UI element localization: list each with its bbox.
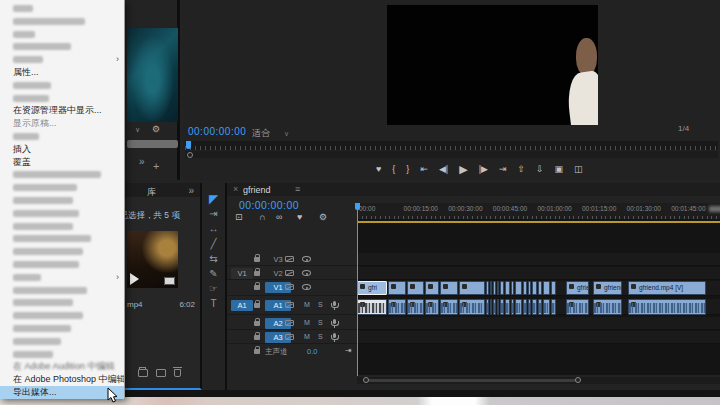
source-patch-v1[interactable]: V1: [231, 268, 253, 279]
menu-item-redacted[interactable]: [0, 348, 124, 361]
type-tool[interactable]: T: [202, 298, 225, 310]
zoom-scrollbar-bar[interactable]: [367, 379, 577, 382]
overflow-chevrons-icon[interactable]: »: [139, 156, 145, 167]
zoom-handle-left[interactable]: [363, 377, 369, 383]
video-clip[interactable]: [486, 281, 489, 295]
track-output-eye-icon[interactable]: [302, 270, 311, 276]
menu-item-redacted[interactable]: [0, 92, 124, 105]
audio-clip[interactable]: [486, 299, 489, 315]
comparison-view-button[interactable]: ◫: [574, 164, 583, 174]
new-bin-folder-icon[interactable]: [138, 369, 148, 377]
audio-clip[interactable]: [490, 299, 492, 315]
audio-clip[interactable]: [425, 299, 439, 315]
export-frame-button[interactable]: ▣: [555, 164, 564, 174]
track-lock-icon[interactable]: [254, 349, 260, 354]
new-item-icon[interactable]: [156, 369, 166, 377]
sync-lock-icon[interactable]: [285, 256, 294, 262]
video-clip[interactable]: [532, 281, 537, 295]
button-editor-add[interactable]: +: [153, 160, 159, 172]
playback-resolution-select[interactable]: 1/4: [678, 124, 689, 133]
settings-wrench-icon[interactable]: ⚙: [152, 124, 160, 134]
video-clip[interactable]: [490, 281, 492, 295]
audio-clip[interactable]: [497, 299, 499, 315]
master-level-value[interactable]: 0.0: [307, 347, 317, 356]
go-to-in-button[interactable]: ⇤: [420, 164, 428, 174]
audio-clip[interactable]: [523, 299, 527, 315]
chevron-down-icon[interactable]: ∨: [135, 126, 140, 134]
video-clip[interactable]: [543, 281, 550, 295]
menu-item[interactable]: 在资源管理器中显示...: [0, 104, 124, 117]
step-forward-button[interactable]: |▶: [479, 164, 488, 174]
menu-item-redacted[interactable]: ›: [0, 271, 124, 284]
program-playhead[interactable]: [186, 141, 191, 149]
go-to-end-icon[interactable]: ⇥: [345, 346, 352, 355]
track-lock-icon[interactable]: [254, 303, 260, 308]
solo-toggle[interactable]: S: [318, 319, 323, 326]
lift-button[interactable]: ⇧: [517, 164, 525, 174]
timeline-playhead[interactable]: [357, 203, 358, 376]
program-timecode[interactable]: 00:00:00:00: [188, 126, 246, 137]
menu-item-redacted[interactable]: [0, 2, 124, 15]
audio-clip[interactable]: [528, 299, 531, 315]
menu-item-redacted[interactable]: ›: [0, 53, 124, 66]
audio-clip[interactable]: [500, 299, 504, 315]
video-clip[interactable]: [459, 281, 485, 295]
mark-out-button[interactable]: }: [406, 164, 409, 174]
menu-item-redacted[interactable]: [0, 79, 124, 92]
video-clip[interactable]: gfriend.: [593, 281, 622, 295]
menu-item[interactable]: 插入: [0, 143, 124, 156]
menu-item-redacted[interactable]: [0, 181, 124, 194]
video-clip[interactable]: [407, 281, 424, 295]
menu-item-redacted[interactable]: [0, 309, 124, 322]
audio-clip[interactable]: [440, 299, 458, 315]
program-ruler[interactable]: [185, 141, 718, 150]
video-clip[interactable]: [523, 281, 527, 295]
extract-button[interactable]: ⇩: [536, 164, 544, 174]
audio-clip[interactable]: [388, 299, 406, 315]
track-lock-icon[interactable]: [254, 257, 260, 262]
program-scrollbar[interactable]: [185, 151, 718, 158]
video-clip[interactable]: [440, 281, 458, 295]
menu-item-redacted[interactable]: [0, 245, 124, 258]
ripple-edit-tool[interactable]: ↔: [202, 223, 225, 235]
menu-item-redacted[interactable]: [0, 322, 124, 335]
menu-item-redacted[interactable]: [0, 130, 124, 143]
audio-clip[interactable]: [505, 299, 510, 315]
delete-trash-icon[interactable]: [174, 369, 181, 377]
solo-toggle[interactable]: S: [318, 333, 323, 340]
audio-clip[interactable]: [543, 299, 550, 315]
audio-clip[interactable]: [407, 299, 424, 315]
video-clip[interactable]: [500, 281, 504, 295]
razor-tool[interactable]: ╱: [202, 238, 225, 250]
overflow-chevrons-icon[interactable]: »: [188, 185, 194, 196]
video-clip[interactable]: gfrie: [566, 281, 589, 295]
voiceover-mic-icon[interactable]: [333, 319, 336, 324]
voiceover-mic-icon[interactable]: [333, 333, 336, 338]
sync-lock-icon[interactable]: [285, 320, 294, 326]
video-clip[interactable]: [515, 281, 522, 295]
sync-lock-icon[interactable]: [285, 270, 294, 276]
menu-item-redacted[interactable]: [0, 258, 124, 271]
menu-item[interactable]: 在 Adobe Photoshop 中编辑: [0, 373, 124, 386]
track-output-eye-icon[interactable]: [302, 256, 311, 262]
audio-clip[interactable]: [628, 299, 706, 315]
voiceover-mic-icon[interactable]: [333, 301, 336, 306]
menu-item[interactable]: 属性...: [0, 66, 124, 79]
video-clip[interactable]: [425, 281, 439, 295]
timeline-zoom-scrollbar[interactable]: [357, 377, 720, 384]
menu-item[interactable]: 显示原稿...: [0, 117, 124, 130]
menu-item-redacted[interactable]: [0, 168, 124, 181]
scrollbar-handle[interactable]: [187, 152, 193, 158]
video-clip[interactable]: [528, 281, 531, 295]
video-clip[interactable]: [538, 281, 542, 295]
video-clip[interactable]: [551, 281, 556, 295]
add-marker-button[interactable]: ♥: [376, 164, 381, 174]
audio-clip[interactable]: [532, 299, 537, 315]
video-clip[interactable]: [505, 281, 510, 295]
menu-item-redacted[interactable]: [0, 15, 124, 28]
menu-item-redacted[interactable]: [0, 194, 124, 207]
audio-clip[interactable]: [511, 299, 514, 315]
audio-clip[interactable]: [357, 299, 387, 315]
mute-toggle[interactable]: M: [304, 333, 310, 340]
source-patch-a1[interactable]: A1: [231, 300, 253, 311]
